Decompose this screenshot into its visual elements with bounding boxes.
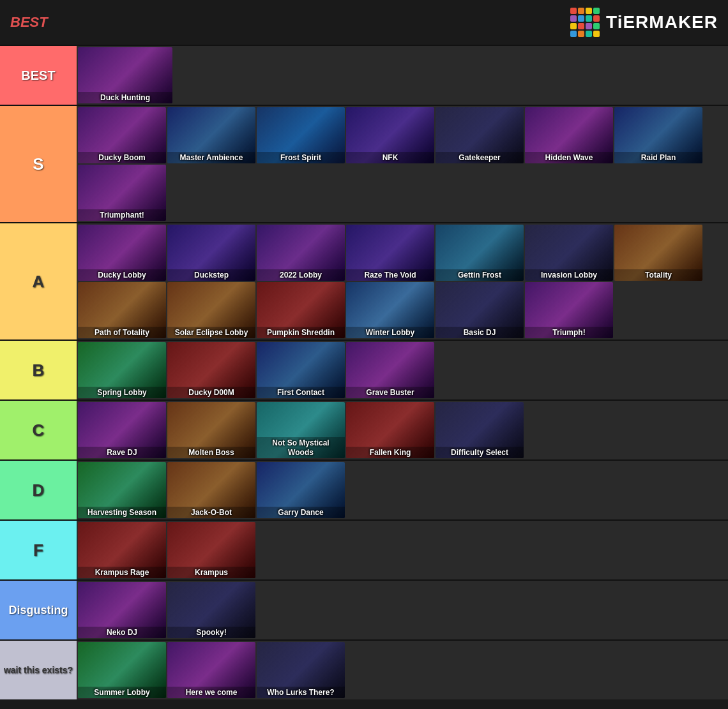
tier-items-disgusting: Neko DJ Spooky! <box>77 581 728 639</box>
tier-row-wait: wait this exists? Summer Lobby Here we c… <box>0 639 728 699</box>
tier-items-a: Ducky Lobby Duckstep 2022 Lobby Raze The… <box>77 223 728 340</box>
list-item: 2022 Lobby <box>257 225 345 281</box>
item-label: Invasion Lobby <box>525 269 613 281</box>
tier-items-b: Spring Lobby Ducky D00M First Contact Gr… <box>77 341 728 399</box>
item-label: Neko DJ <box>78 627 166 638</box>
list-item: Ducky D00M <box>167 342 255 398</box>
list-item: Krampus <box>167 522 255 578</box>
list-item: Invasion Lobby <box>525 225 613 281</box>
item-label: Grave Buster <box>346 387 434 398</box>
item-label: Duckstep <box>167 269 255 281</box>
tier-label-a: A <box>0 223 77 340</box>
list-item: Ducky Boom <box>78 107 166 163</box>
list-item: Difficulty Select <box>436 402 524 458</box>
tier-items-s: Ducky Boom Master Ambience Frost Spirit … <box>77 106 728 222</box>
item-label: Molten Boss <box>167 447 255 458</box>
item-label: Ducky Lobby <box>78 269 166 281</box>
tier-items-c: Rave DJ Molten Boss Not So Mystical Wood… <box>77 401 728 459</box>
item-label: 2022 Lobby <box>257 269 345 281</box>
logo-grid-icon <box>570 8 600 37</box>
item-label: Basic DJ <box>436 327 524 338</box>
item-label: Raze The Void <box>346 269 434 281</box>
item-label: Rave DJ <box>78 447 166 458</box>
list-item: Fallen King <box>346 402 434 458</box>
item-label: Winter Lobby <box>346 327 434 338</box>
item-label: Jack-O-Bot <box>167 507 255 518</box>
list-item: Master Ambience <box>167 107 255 163</box>
list-item: Krampus Rage <box>78 522 166 578</box>
item-label: Garry Dance <box>257 507 345 518</box>
list-item: Raze The Void <box>346 225 434 281</box>
list-item: Winter Lobby <box>346 282 434 338</box>
item-label: First Contact <box>257 387 345 398</box>
list-item: Pumpkin Shreddin <box>257 282 345 338</box>
item-label: Krampus <box>167 567 255 578</box>
item-label: Who Lurks There? <box>257 687 345 698</box>
item-label: Ducky Boom <box>78 152 166 163</box>
list-item: Frost Spirit <box>257 107 345 163</box>
tier-items-f: Krampus Rage Krampus <box>77 521 728 579</box>
header-title: BEST <box>10 14 48 31</box>
tier-row-best: BEST Duck Hunting <box>0 45 728 105</box>
item-label: Harvesting Season <box>78 507 166 518</box>
list-item: Totality <box>614 225 702 281</box>
item-label: Fallen King <box>346 447 434 458</box>
tier-label-f: F <box>0 521 77 579</box>
list-item: Who Lurks There? <box>257 642 345 698</box>
list-item: Duckstep <box>167 225 255 281</box>
item-label: Raid Plan <box>614 152 702 163</box>
list-item: Molten Boss <box>167 402 255 458</box>
list-item: Spring Lobby <box>78 342 166 398</box>
tier-label-d: D <box>0 461 77 519</box>
list-item: Rave DJ <box>78 402 166 458</box>
item-label: Triumphant! <box>78 209 166 221</box>
tier-label-c: C <box>0 401 77 459</box>
list-item: Hidden Wave <box>525 107 613 163</box>
item-label: Gatekeeper <box>436 152 524 163</box>
item-label: Totality <box>614 269 702 281</box>
item-label: Spring Lobby <box>78 387 166 398</box>
list-item: Grave Buster <box>346 342 434 398</box>
item-label: Difficulty Select <box>436 447 524 458</box>
list-item: Jack-O-Bot <box>167 462 255 518</box>
list-item: Raid Plan <box>614 107 702 163</box>
list-item: Gatekeeper <box>436 107 524 163</box>
logo-text: TiERMAKER <box>606 12 718 33</box>
item-label: Hidden Wave <box>525 152 613 163</box>
tier-row-s: S Ducky Boom Master Ambience Frost Spiri… <box>0 105 728 222</box>
list-item: Solar Eclipse Lobby <box>167 282 255 338</box>
tier-label-b: B <box>0 341 77 399</box>
list-item: NFK <box>346 107 434 163</box>
list-item: Duck Hunting <box>78 47 172 103</box>
list-item: Triumphant! <box>78 165 166 221</box>
item-label: Here we come <box>167 687 255 698</box>
item-label: Ducky D00M <box>167 387 255 398</box>
list-item: Here we come <box>167 642 255 698</box>
list-item: Spooky! <box>167 582 255 638</box>
list-item: Not So Mystical Woods <box>257 402 345 458</box>
item-label: Triumph! <box>525 327 613 338</box>
tier-items-wait: Summer Lobby Here we come Who Lurks Ther… <box>77 641 728 699</box>
list-item: Garry Dance <box>257 462 345 518</box>
item-label: Solar Eclipse Lobby <box>167 327 255 338</box>
tier-row-disgusting: Disgusting Neko DJ Spooky! <box>0 579 728 639</box>
tier-row-c: C Rave DJ Molten Boss Not So Mystical Wo… <box>0 399 728 459</box>
list-item: Basic DJ <box>436 282 524 338</box>
item-label: Duck Hunting <box>78 92 172 103</box>
item-label: Spooky! <box>167 627 255 638</box>
list-item: Gettin Frost <box>436 225 524 281</box>
tier-row-f: F Krampus Rage Krampus <box>0 519 728 579</box>
item-label: Pumpkin Shreddin <box>257 327 345 338</box>
tier-label-s: S <box>0 106 77 222</box>
header: BEST TiERMAKER <box>0 0 728 45</box>
tier-row-a: A Ducky Lobby Duckstep 2022 Lobby Raze T… <box>0 222 728 340</box>
tier-items-best: Duck Hunting <box>77 46 728 105</box>
item-label: NFK <box>346 152 434 163</box>
item-label: Summer Lobby <box>78 687 166 698</box>
list-item: Triumph! <box>525 282 613 338</box>
list-item: Summer Lobby <box>78 642 166 698</box>
item-label: Frost Spirit <box>257 152 345 163</box>
tier-items-d: Harvesting Season Jack-O-Bot Garry Dance <box>77 461 728 519</box>
list-item: Harvesting Season <box>78 462 166 518</box>
tier-row-b: B Spring Lobby Ducky D00M First Contact … <box>0 340 728 399</box>
